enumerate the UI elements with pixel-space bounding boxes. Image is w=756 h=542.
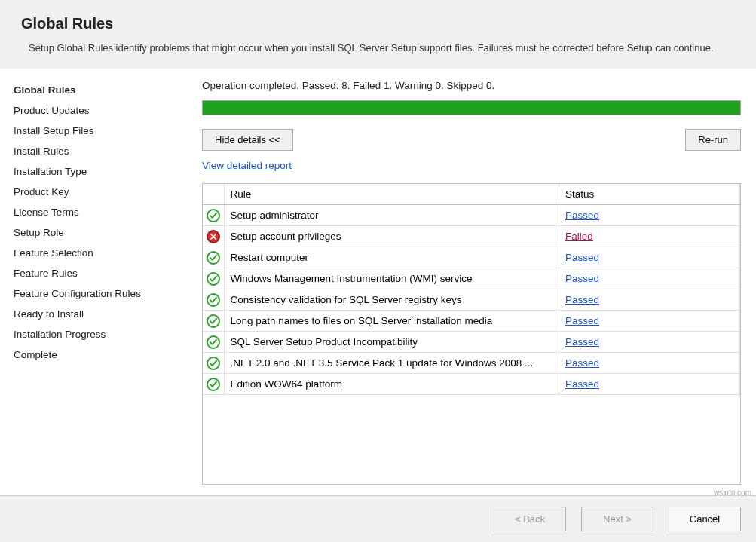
pass-icon bbox=[203, 332, 224, 353]
rule-cell: SQL Server Setup Product Incompatibility bbox=[224, 332, 559, 353]
wizard-main: Operation completed. Passed: 8. Failed 1… bbox=[188, 69, 756, 495]
wizard-footer: < Back Next > Cancel bbox=[0, 495, 756, 542]
status-cell: Passed bbox=[559, 353, 740, 374]
status-cell: Passed bbox=[559, 205, 740, 226]
sidebar-item[interactable]: License Terms bbox=[14, 202, 181, 222]
table-header-status: Status bbox=[559, 184, 740, 205]
pass-icon bbox=[203, 353, 224, 374]
status-link[interactable]: Passed bbox=[565, 273, 599, 284]
sidebar-item[interactable]: Install Rules bbox=[14, 141, 181, 161]
status-cell: Passed bbox=[559, 289, 740, 311]
progress-bar bbox=[202, 100, 741, 115]
pass-icon bbox=[203, 289, 224, 311]
table-row: Windows Management Instrumentation (WMI)… bbox=[203, 268, 740, 289]
sidebar-item[interactable]: Product Updates bbox=[14, 100, 181, 121]
table-row: Long path names to files on SQL Server i… bbox=[203, 311, 740, 332]
table-row: Setup account privilegesFailed bbox=[203, 226, 740, 247]
status-link[interactable]: Passed bbox=[565, 357, 599, 369]
status-link[interactable]: Failed bbox=[565, 231, 593, 242]
pass-icon bbox=[203, 311, 224, 332]
status-link[interactable]: Passed bbox=[565, 315, 599, 326]
table-header-rule: Rule bbox=[224, 184, 559, 205]
table-row: Setup administratorPassed bbox=[203, 205, 740, 226]
table-row: SQL Server Setup Product Incompatibility… bbox=[203, 332, 740, 353]
sidebar-item[interactable]: Feature Selection bbox=[14, 243, 181, 263]
sidebar-item[interactable]: Install Setup Files bbox=[14, 121, 181, 141]
status-cell: Passed bbox=[559, 374, 740, 395]
rule-cell: Edition WOW64 platform bbox=[224, 374, 559, 395]
status-link[interactable]: Passed bbox=[565, 252, 599, 263]
pass-icon bbox=[203, 247, 224, 268]
sidebar-item[interactable]: Feature Configuration Rules bbox=[14, 283, 181, 304]
next-button[interactable]: Next > bbox=[581, 507, 653, 531]
wizard-body: Global RulesProduct UpdatesInstall Setup… bbox=[0, 69, 756, 495]
table-row: Consistency validation for SQL Server re… bbox=[203, 289, 740, 311]
back-button[interactable]: < Back bbox=[494, 507, 566, 531]
sidebar-item[interactable]: Global Rules bbox=[14, 80, 181, 100]
rule-cell: .NET 2.0 and .NET 3.5 Service Pack 1 upd… bbox=[224, 353, 559, 374]
wizard-header: Global Rules Setup Global Rules identify… bbox=[0, 0, 756, 69]
rules-table: Rule Status Setup administratorPassedSet… bbox=[203, 184, 740, 395]
cancel-button[interactable]: Cancel bbox=[669, 507, 741, 531]
table-row: .NET 2.0 and .NET 3.5 Service Pack 1 upd… bbox=[203, 353, 740, 374]
status-cell: Passed bbox=[559, 311, 740, 332]
rule-cell: Long path names to files on SQL Server i… bbox=[224, 311, 559, 332]
table-row: Restart computerPassed bbox=[203, 247, 740, 268]
rule-cell: Windows Management Instrumentation (WMI)… bbox=[224, 268, 559, 289]
rules-table-container: Rule Status Setup administratorPassedSet… bbox=[202, 183, 741, 485]
status-link[interactable]: Passed bbox=[565, 378, 599, 390]
pass-icon bbox=[203, 205, 224, 226]
status-cell: Passed bbox=[559, 268, 740, 289]
status-cell: Failed bbox=[559, 226, 740, 247]
status-cell: Passed bbox=[559, 247, 740, 268]
rule-cell: Consistency validation for SQL Server re… bbox=[224, 289, 559, 311]
status-link[interactable]: Passed bbox=[565, 336, 599, 348]
sidebar-item[interactable]: Complete bbox=[14, 344, 181, 365]
status-link[interactable]: Passed bbox=[565, 210, 599, 221]
sidebar-item[interactable]: Ready to Install bbox=[14, 304, 181, 324]
watermark: wsxdn.com bbox=[714, 488, 751, 497]
page-description: Setup Global Rules identify problems tha… bbox=[21, 41, 741, 55]
table-header-icon bbox=[203, 184, 224, 205]
sidebar-item[interactable]: Setup Role bbox=[14, 222, 181, 243]
status-cell: Passed bbox=[559, 332, 740, 353]
rule-cell: Restart computer bbox=[224, 247, 559, 268]
rule-cell: Setup account privileges bbox=[224, 226, 559, 247]
sidebar-item[interactable]: Installation Progress bbox=[14, 324, 181, 344]
wizard-sidebar: Global RulesProduct UpdatesInstall Setup… bbox=[0, 69, 188, 495]
rerun-button[interactable]: Re-run bbox=[685, 129, 741, 151]
page-title: Global Rules bbox=[21, 15, 741, 32]
fail-icon bbox=[203, 226, 224, 247]
rule-cell: Setup administrator bbox=[224, 205, 559, 226]
hide-details-button[interactable]: Hide details << bbox=[202, 129, 293, 151]
pass-icon bbox=[203, 374, 224, 395]
view-detailed-report-link[interactable]: View detailed report bbox=[202, 160, 741, 171]
status-link[interactable]: Passed bbox=[565, 294, 599, 305]
sidebar-item[interactable]: Feature Rules bbox=[14, 263, 181, 283]
pass-icon bbox=[203, 268, 224, 289]
sidebar-item[interactable]: Installation Type bbox=[14, 161, 181, 182]
operation-summary: Operation completed. Passed: 8. Failed 1… bbox=[202, 80, 741, 91]
sidebar-item[interactable]: Product Key bbox=[14, 182, 181, 202]
table-row: Edition WOW64 platformPassed bbox=[203, 374, 740, 395]
